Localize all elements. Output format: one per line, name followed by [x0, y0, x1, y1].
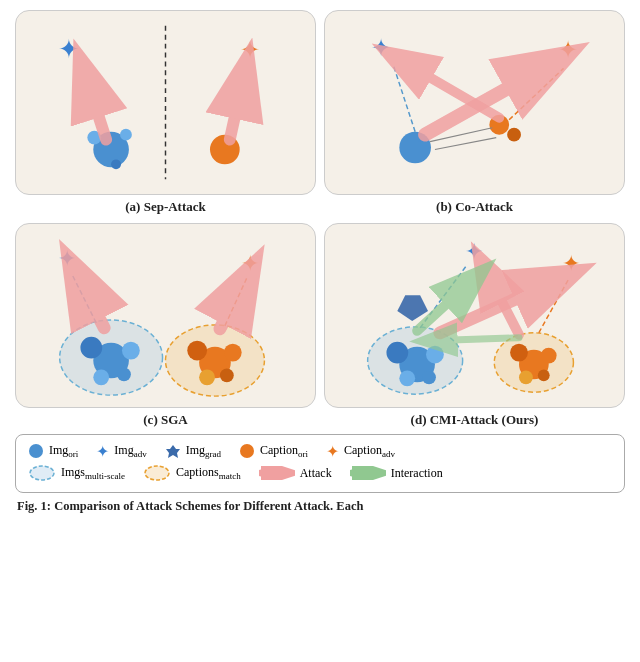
- svg-point-63: [30, 466, 54, 480]
- svg-text:✦: ✦: [558, 37, 578, 63]
- diagrams-grid: ✦ ✦ (a) Sep-Attack: [15, 10, 625, 428]
- svg-line-37: [76, 273, 104, 327]
- svg-text:✦: ✦: [371, 35, 391, 61]
- svg-text:✦: ✦: [466, 240, 484, 264]
- legend-imgs-multiscale: Imgsmulti-scale: [28, 465, 125, 481]
- svg-line-9: [230, 72, 245, 139]
- cmi-attack-bold: CMI-Attack (Ours): [430, 412, 539, 427]
- svg-point-25: [80, 337, 102, 359]
- svg-point-27: [93, 369, 109, 385]
- legend-caption-adv: ✦ Captionadv: [326, 442, 395, 461]
- caption-suffix: . Each: [330, 499, 363, 513]
- svg-point-34: [220, 368, 234, 382]
- diagram-cmi-attack: ✦ ✦: [324, 223, 625, 428]
- svg-line-15: [393, 65, 415, 131]
- sep-attack-label: (a) Sep-Attack: [125, 199, 206, 215]
- sga-bold: SGA: [161, 412, 188, 427]
- svg-point-62: [240, 444, 254, 458]
- cmi-attack-prefix: (d): [411, 412, 430, 427]
- legend-interaction-arrow: Interaction: [350, 466, 443, 481]
- svg-line-59: [430, 338, 519, 341]
- co-attack-label: (b) Co-Attack: [436, 199, 513, 215]
- diagram-box-cmi-attack: ✦ ✦: [324, 223, 625, 408]
- diagram-box-co-attack: ✦ ✦: [324, 10, 625, 195]
- svg-point-64: [145, 466, 169, 480]
- legend-row-2: Imgsmulti-scale Captionsmatch Attack: [28, 465, 612, 481]
- svg-point-28: [117, 367, 131, 381]
- svg-point-46: [422, 370, 436, 384]
- svg-point-43: [386, 342, 408, 364]
- svg-marker-53: [397, 295, 428, 321]
- caption-bold: Comparison of Attack Schemes for Differe…: [54, 499, 330, 513]
- svg-point-4: [111, 159, 121, 169]
- svg-point-14: [507, 128, 521, 142]
- sga-label: (c) SGA: [143, 412, 187, 428]
- legend-img-adv: ✦ Imgadv: [96, 442, 146, 461]
- diagram-box-sga: ✦ ✦: [15, 223, 316, 408]
- co-attack-bold: Co-Attack: [455, 199, 513, 214]
- svg-line-6: [84, 72, 106, 139]
- legend-img-grad: Imggrad: [165, 443, 221, 459]
- svg-point-50: [541, 348, 557, 364]
- svg-point-3: [120, 129, 132, 141]
- co-attack-prefix: (b): [436, 199, 455, 214]
- legend-box: Imgori ✦ Imgadv Imggrad Captionori ✦ Cap…: [15, 434, 625, 493]
- svg-point-49: [510, 344, 528, 362]
- svg-point-45: [399, 370, 415, 386]
- sep-attack-bold: Sep-Attack: [144, 199, 206, 214]
- diagram-sga: ✦ ✦: [15, 223, 316, 428]
- svg-line-19: [425, 62, 554, 134]
- svg-point-60: [29, 444, 43, 458]
- caption-prefix: Fig. 1:: [17, 499, 54, 513]
- svg-point-51: [519, 370, 533, 384]
- svg-point-32: [224, 344, 242, 362]
- svg-point-26: [122, 342, 140, 360]
- svg-point-31: [187, 341, 207, 361]
- svg-point-44: [426, 346, 444, 364]
- sep-attack-prefix: (a): [125, 199, 143, 214]
- diagram-co-attack: ✦ ✦: [324, 10, 625, 215]
- legend-row-1: Imgori ✦ Imgadv Imggrad Captionori ✦ Cap…: [28, 442, 612, 461]
- diagram-box-sep-attack: ✦ ✦: [15, 10, 316, 195]
- svg-line-18: [435, 138, 496, 150]
- cmi-attack-label: (d) CMI-Attack (Ours): [411, 412, 539, 428]
- svg-line-20: [397, 58, 499, 117]
- legend-captions-match: Captionsmatch: [143, 465, 241, 481]
- svg-text:✦: ✦: [240, 37, 260, 63]
- legend-img-ori: Imgori: [28, 443, 78, 459]
- svg-text:✦: ✦: [562, 252, 580, 276]
- legend-caption-ori: Captionori: [239, 443, 308, 459]
- figure-caption: Fig. 1: Comparison of Attack Schemes for…: [15, 498, 625, 516]
- svg-marker-61: [166, 445, 180, 458]
- diagram-sep-attack: ✦ ✦ (a) Sep-Attack: [15, 10, 316, 215]
- legend-attack-arrow: Attack: [259, 466, 332, 481]
- sga-prefix: (c): [143, 412, 161, 427]
- svg-text:✦: ✦: [58, 35, 80, 64]
- svg-text:✦: ✦: [58, 247, 76, 271]
- svg-line-38: [220, 278, 247, 328]
- main-container: ✦ ✦ (a) Sep-Attack: [0, 0, 640, 524]
- svg-point-52: [538, 369, 550, 381]
- svg-point-33: [199, 369, 215, 385]
